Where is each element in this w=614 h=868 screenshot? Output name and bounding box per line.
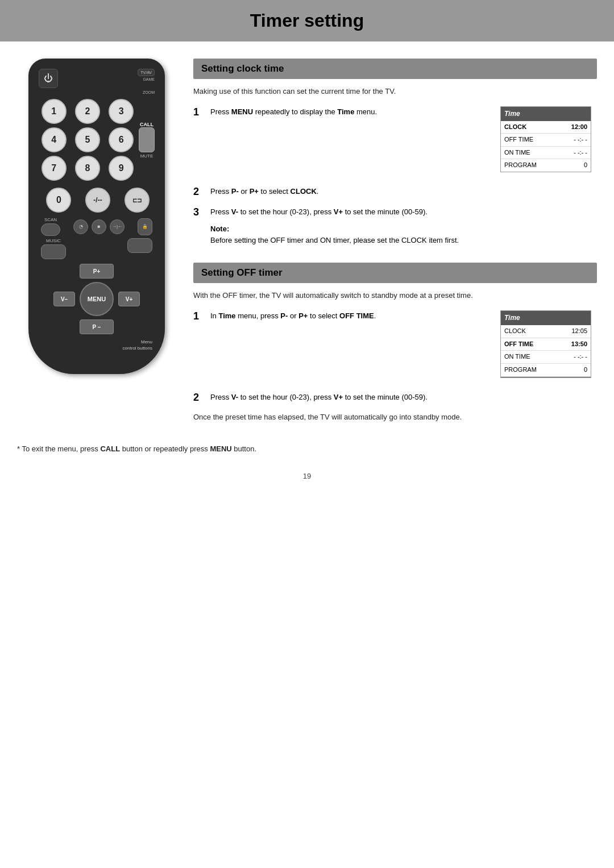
btn-7[interactable]: 7 [42,156,67,181]
music-row: MUSIC [39,238,155,259]
v-minus-button[interactable]: V– [53,292,75,306]
btn-cc[interactable]: ⊏⊐ [125,188,150,213]
section2-outro: Once the preset time has elapsed, the TV… [193,412,597,423]
call-button[interactable] [139,127,155,152]
step1-content: Time CLOCK12:00 OFF TIME- -:- - ON TIME-… [210,106,591,178]
icon-btn-4[interactable]: 🔒 [138,218,152,235]
note-block: Note: Before setting the OFF timer and O… [210,223,597,246]
call-column: CALL MUTE [139,122,155,159]
icon-btn-1[interactable]: ◔ [73,219,88,234]
game-label: GAME [143,77,155,81]
section1-title: Setting clock time [201,63,284,74]
btn-8[interactable]: 8 [75,156,100,181]
extra-button[interactable] [127,238,152,253]
call-label: CALL [140,122,154,127]
scan-area: SCAN [41,217,60,236]
right-content: Setting clock time Making use of this fu… [193,59,597,432]
zoom-label: ZOOM [143,90,155,94]
time-table2-row-ontime: ON TIME- -:- - [501,351,591,364]
step4-num: 1 [193,310,205,323]
section1-intro: Making use of this function can set the … [193,86,597,97]
dpad-vertical: P+ MENU P – [80,264,114,334]
menu-button[interactable]: MENU [80,282,114,316]
step3-num: 3 [193,206,205,219]
time-table1-header: Time [501,107,591,121]
time-table1-row-program: PROGRAM0 [501,159,591,172]
icon-row: ◔ ■ →|← [73,219,125,234]
section2-title: Setting OFF timer [201,267,283,278]
scan-button[interactable] [41,223,60,236]
page-header: Timer setting [0,0,614,41]
step5-content: Press V- to set the hour (0-23), press V… [210,392,597,404]
icon-btn-3[interactable]: →|← [110,219,125,234]
scan-label: SCAN [44,217,57,222]
time-table1-row-ontime: ON TIME- -:- - [501,147,591,160]
scan-row: SCAN ◔ ■ →|← 🔒 [39,217,155,236]
step1-num: 1 [193,106,205,119]
p-minus-button[interactable]: P – [80,319,114,334]
btn-2[interactable]: 2 [75,99,100,124]
v-plus-button[interactable]: V+ [118,292,140,306]
time-table1-row-clock: CLOCK12:00 [501,121,591,134]
remote-top-row: ⏻ TV/AV GAME [39,69,155,88]
step2-num: 2 [193,186,205,198]
time-table-1: Time CLOCK12:00 OFF TIME- -:- - ON TIME-… [500,106,591,173]
step5: 2 Press V- to set the hour (0-23), press… [193,392,597,404]
time-table2-row-offtime: OFF TIME13:50 [501,338,591,351]
zero-row: 0 -/-- ⊏⊐ [41,188,155,213]
step2: 2 Press P- or P+ to select CLOCK. [193,186,597,198]
p-plus-button[interactable]: P+ [80,264,114,279]
btn-4[interactable]: 4 [42,127,67,152]
time-table1-row-offtime: OFF TIME- -:- - [501,134,591,147]
main-content: ⏻ TV/AV GAME ZOOM 1 2 3 [0,59,614,432]
num-grid-row2: 4 5 6 [39,127,136,152]
page-number: 19 [0,455,614,486]
section2-header: Setting OFF timer [193,263,597,283]
remote-area: ⏻ TV/AV GAME ZOOM 1 2 3 [17,59,176,432]
time-table2-header: Time [501,311,591,325]
section1-header: Setting clock time [193,59,597,79]
music-label: MUSIC [46,238,61,243]
btn-6[interactable]: 6 [109,127,134,152]
btn-0[interactable]: 0 [46,188,71,213]
power-button[interactable]: ⏻ [39,69,58,88]
footer-note: * To exit the menu, press CALL button or… [0,432,614,455]
music-area: MUSIC [41,238,66,259]
time-table2-row-clock: CLOCK12:05 [501,325,591,338]
btn-9[interactable]: 9 [109,156,134,181]
step3: 3 Press V- to set the hour (0-23), press… [193,206,597,252]
num-grid-row3: 7 8 9 [39,156,136,181]
num-grid-row1: 1 2 3 [39,99,136,124]
step4-content: Time CLOCK12:05 OFF TIME13:50 ON TIME- -… [210,310,591,384]
btn-5[interactable]: 5 [75,127,100,152]
step5-num: 2 [193,392,205,404]
menu-label-row: Menu control buttons [39,339,155,351]
music-button[interactable] [41,244,66,259]
step3-content: Press V- to set the hour (0-23), press V… [210,206,597,252]
step1: 1 Time CLOCK12:00 OFF TIME- -:- - ON TIM… [193,106,597,178]
btn-1[interactable]: 1 [42,99,67,124]
section2: Setting OFF timer With the OFF timer, th… [193,263,597,422]
step2-content: Press P- or P+ to select CLOCK. [210,186,597,198]
btn-dash[interactable]: -/-- [85,188,110,213]
mute-label: MUTE [140,153,154,159]
section2-intro: With the OFF timer, the TV will automati… [193,290,597,301]
remote-control: ⏻ TV/AV GAME ZOOM 1 2 3 [28,59,165,374]
tv-av-button[interactable]: TV/AV [138,69,155,76]
menu-control-label: Menu control buttons [123,339,152,351]
btn-3[interactable]: 3 [109,99,134,124]
page-title: Timer setting [23,10,591,31]
time-table2-row-program: PROGRAM0 [501,364,591,377]
step4: 1 Time CLOCK12:05 OFF TIME13:50 ON TIME-… [193,310,597,384]
remote-top-labels: TV/AV GAME [138,69,155,81]
time-table-2: Time CLOCK12:05 OFF TIME13:50 ON TIME- -… [500,310,591,378]
dpad-area: V– P+ MENU P – V+ [39,264,155,334]
numpad-call-area: 1 2 3 4 5 6 7 8 9 [39,95,155,184]
icon-btn-2[interactable]: ■ [92,219,106,234]
